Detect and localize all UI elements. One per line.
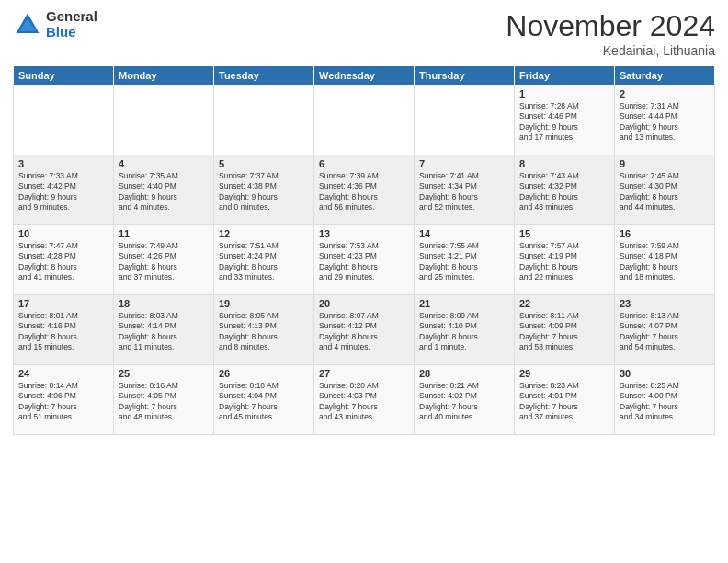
day-info: Sunrise: 7:45 AM Sunset: 4:30 PM Dayligh… [620, 171, 710, 213]
calendar-cell: 29Sunrise: 8:23 AM Sunset: 4:01 PM Dayli… [515, 365, 615, 435]
day-number: 16 [620, 228, 710, 239]
weekday-header-thursday: Thursday [415, 66, 515, 86]
day-number: 27 [319, 368, 409, 379]
calendar-cell: 13Sunrise: 7:53 AM Sunset: 4:23 PM Dayli… [314, 225, 415, 295]
weekday-header-monday: Monday [114, 66, 214, 86]
calendar-cell [314, 86, 415, 155]
calendar-cell: 23Sunrise: 8:13 AM Sunset: 4:07 PM Dayli… [615, 295, 715, 365]
day-number: 17 [18, 298, 108, 309]
calendar-cell: 6Sunrise: 7:39 AM Sunset: 4:36 PM Daylig… [314, 155, 415, 225]
calendar-cell: 4Sunrise: 7:35 AM Sunset: 4:40 PM Daylig… [114, 155, 214, 225]
day-info: Sunrise: 8:18 AM Sunset: 4:04 PM Dayligh… [219, 381, 309, 423]
day-number: 4 [119, 158, 209, 169]
calendar-cell: 21Sunrise: 8:09 AM Sunset: 4:10 PM Dayli… [415, 295, 515, 365]
calendar-cell: 22Sunrise: 8:11 AM Sunset: 4:09 PM Dayli… [515, 295, 615, 365]
logo-blue: Blue [46, 25, 97, 40]
day-info: Sunrise: 8:01 AM Sunset: 4:16 PM Dayligh… [18, 311, 108, 353]
month-title: November 2024 [506, 9, 715, 43]
day-info: Sunrise: 7:55 AM Sunset: 4:21 PM Dayligh… [419, 241, 509, 283]
calendar-cell: 30Sunrise: 8:25 AM Sunset: 4:00 PM Dayli… [615, 365, 715, 435]
day-number: 6 [319, 158, 409, 169]
header: General Blue November 2024 Kedainiai, Li… [13, 9, 715, 58]
day-number: 7 [419, 158, 509, 169]
day-number: 9 [620, 158, 710, 169]
day-info: Sunrise: 8:23 AM Sunset: 4:01 PM Dayligh… [519, 381, 609, 423]
calendar-cell: 28Sunrise: 8:21 AM Sunset: 4:02 PM Dayli… [415, 365, 515, 435]
logo-text: General Blue [46, 9, 97, 40]
day-number: 14 [419, 228, 509, 239]
day-number: 10 [18, 228, 108, 239]
calendar-cell: 14Sunrise: 7:55 AM Sunset: 4:21 PM Dayli… [415, 225, 515, 295]
weekday-header-friday: Friday [515, 66, 615, 86]
day-info: Sunrise: 8:21 AM Sunset: 4:02 PM Dayligh… [419, 381, 509, 423]
day-info: Sunrise: 7:41 AM Sunset: 4:34 PM Dayligh… [419, 171, 509, 213]
day-info: Sunrise: 8:25 AM Sunset: 4:00 PM Dayligh… [620, 381, 710, 423]
day-number: 13 [319, 228, 409, 239]
day-info: Sunrise: 7:37 AM Sunset: 4:38 PM Dayligh… [219, 171, 309, 213]
day-info: Sunrise: 8:13 AM Sunset: 4:07 PM Dayligh… [620, 311, 710, 353]
calendar-cell: 19Sunrise: 8:05 AM Sunset: 4:13 PM Dayli… [214, 295, 314, 365]
calendar-week-row: 3Sunrise: 7:33 AM Sunset: 4:42 PM Daylig… [14, 155, 715, 225]
location: Kedainiai, Lithuania [506, 43, 715, 58]
logo-icon [13, 10, 42, 40]
day-info: Sunrise: 8:05 AM Sunset: 4:13 PM Dayligh… [219, 311, 309, 353]
day-number: 20 [319, 298, 409, 309]
day-info: Sunrise: 7:43 AM Sunset: 4:32 PM Dayligh… [519, 171, 609, 213]
day-info: Sunrise: 7:59 AM Sunset: 4:18 PM Dayligh… [620, 241, 710, 283]
calendar-cell: 5Sunrise: 7:37 AM Sunset: 4:38 PM Daylig… [214, 155, 314, 225]
weekday-header-saturday: Saturday [615, 66, 715, 86]
day-number: 28 [419, 368, 509, 379]
day-info: Sunrise: 8:20 AM Sunset: 4:03 PM Dayligh… [319, 381, 409, 423]
day-number: 18 [119, 298, 209, 309]
calendar-cell: 25Sunrise: 8:16 AM Sunset: 4:05 PM Dayli… [114, 365, 214, 435]
calendar-cell: 7Sunrise: 7:41 AM Sunset: 4:34 PM Daylig… [415, 155, 515, 225]
weekday-header-row: SundayMondayTuesdayWednesdayThursdayFrid… [14, 66, 715, 86]
calendar-cell [415, 86, 515, 155]
calendar-cell: 15Sunrise: 7:57 AM Sunset: 4:19 PM Dayli… [515, 225, 615, 295]
calendar-cell: 16Sunrise: 7:59 AM Sunset: 4:18 PM Dayli… [615, 225, 715, 295]
day-info: Sunrise: 7:47 AM Sunset: 4:28 PM Dayligh… [18, 241, 108, 283]
day-number: 19 [219, 298, 309, 309]
day-number: 15 [519, 228, 609, 239]
calendar-week-row: 1Sunrise: 7:28 AM Sunset: 4:46 PM Daylig… [14, 86, 715, 155]
day-number: 23 [620, 298, 710, 309]
calendar-cell: 1Sunrise: 7:28 AM Sunset: 4:46 PM Daylig… [515, 86, 615, 155]
calendar-cell: 10Sunrise: 7:47 AM Sunset: 4:28 PM Dayli… [14, 225, 114, 295]
day-info: Sunrise: 7:35 AM Sunset: 4:40 PM Dayligh… [119, 171, 209, 213]
day-info: Sunrise: 7:53 AM Sunset: 4:23 PM Dayligh… [319, 241, 409, 283]
calendar-cell: 8Sunrise: 7:43 AM Sunset: 4:32 PM Daylig… [515, 155, 615, 225]
calendar-cell: 20Sunrise: 8:07 AM Sunset: 4:12 PM Dayli… [314, 295, 415, 365]
logo: General Blue [13, 9, 97, 40]
calendar-cell: 17Sunrise: 8:01 AM Sunset: 4:16 PM Dayli… [14, 295, 114, 365]
calendar-table: SundayMondayTuesdayWednesdayThursdayFrid… [13, 65, 715, 435]
day-number: 29 [519, 368, 609, 379]
day-info: Sunrise: 8:11 AM Sunset: 4:09 PM Dayligh… [519, 311, 609, 353]
day-info: Sunrise: 8:16 AM Sunset: 4:05 PM Dayligh… [119, 381, 209, 423]
day-info: Sunrise: 7:51 AM Sunset: 4:24 PM Dayligh… [219, 241, 309, 283]
day-number: 30 [620, 368, 710, 379]
calendar-cell: 24Sunrise: 8:14 AM Sunset: 4:06 PM Dayli… [14, 365, 114, 435]
calendar-week-row: 10Sunrise: 7:47 AM Sunset: 4:28 PM Dayli… [14, 225, 715, 295]
calendar-cell: 18Sunrise: 8:03 AM Sunset: 4:14 PM Dayli… [114, 295, 214, 365]
calendar-cell: 9Sunrise: 7:45 AM Sunset: 4:30 PM Daylig… [615, 155, 715, 225]
calendar-cell: 12Sunrise: 7:51 AM Sunset: 4:24 PM Dayli… [214, 225, 314, 295]
title-block: November 2024 Kedainiai, Lithuania [506, 9, 715, 58]
day-number: 24 [18, 368, 108, 379]
calendar-cell [214, 86, 314, 155]
day-info: Sunrise: 8:07 AM Sunset: 4:12 PM Dayligh… [319, 311, 409, 353]
day-number: 11 [119, 228, 209, 239]
day-info: Sunrise: 7:31 AM Sunset: 4:44 PM Dayligh… [620, 101, 710, 144]
day-number: 3 [18, 158, 108, 169]
day-number: 25 [119, 368, 209, 379]
calendar-week-row: 24Sunrise: 8:14 AM Sunset: 4:06 PM Dayli… [14, 365, 715, 435]
day-info: Sunrise: 7:49 AM Sunset: 4:26 PM Dayligh… [119, 241, 209, 283]
day-info: Sunrise: 8:14 AM Sunset: 4:06 PM Dayligh… [18, 381, 108, 423]
calendar-cell: 27Sunrise: 8:20 AM Sunset: 4:03 PM Dayli… [314, 365, 415, 435]
day-info: Sunrise: 8:03 AM Sunset: 4:14 PM Dayligh… [119, 311, 209, 353]
weekday-header-tuesday: Tuesday [214, 66, 314, 86]
calendar-cell [14, 86, 114, 155]
day-info: Sunrise: 7:39 AM Sunset: 4:36 PM Dayligh… [319, 171, 409, 213]
calendar-cell: 3Sunrise: 7:33 AM Sunset: 4:42 PM Daylig… [14, 155, 114, 225]
day-number: 2 [620, 88, 710, 99]
day-info: Sunrise: 8:09 AM Sunset: 4:10 PM Dayligh… [419, 311, 509, 353]
